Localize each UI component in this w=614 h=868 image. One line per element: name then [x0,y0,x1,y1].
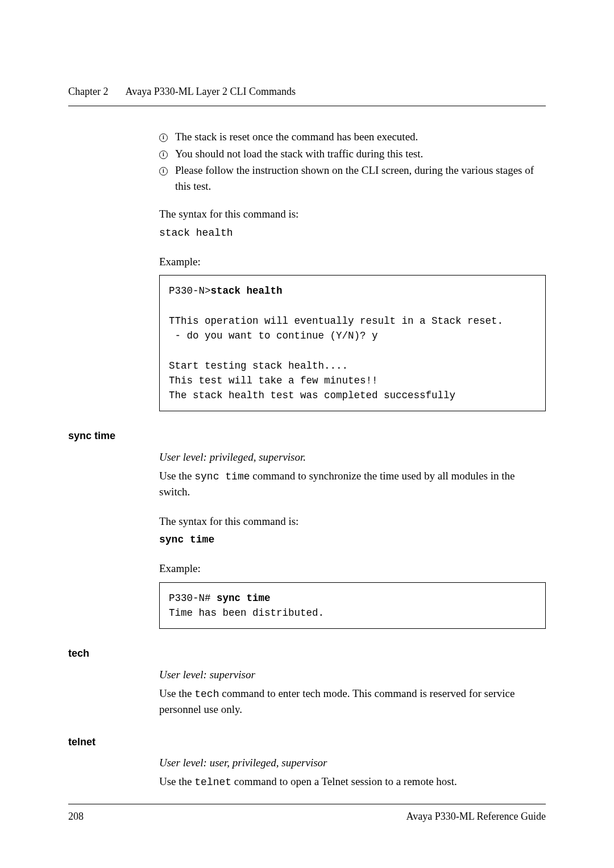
example-command: stack health [211,285,283,297]
page-footer: 208 Avaya P330-ML Reference Guide [68,804,546,824]
inline-command: telnet [194,777,231,788]
tech-description: Use the tech command to enter tech mode.… [159,686,546,717]
bullet-list: i The stack is reset once the command ha… [159,129,546,194]
desc-text: Use the [159,687,194,699]
bullet-text: You should not load the stack with traff… [175,146,546,162]
chapter-label: Chapter 2 [68,84,108,99]
bullet-text: Please follow the instruction shown on t… [175,162,546,194]
syntax-intro: The syntax for this command is: [159,514,546,529]
example-command: sync time [217,592,271,604]
list-item: i Please follow the instruction shown on… [159,162,546,194]
list-item: i You should not load the stack with tra… [159,146,546,162]
info-icon: i [159,129,175,144]
sync-description: Use the sync time command to synchronize… [159,468,546,500]
syntax-command: sync time [159,532,546,547]
example-output: TThis operation will eventually result i… [169,315,503,401]
desc-text: Use the [159,470,194,482]
example-label: Example: [159,254,546,270]
bullet-text: The stack is reset once the command has … [175,129,546,145]
section-heading-telnet: telnet [68,735,546,749]
desc-text: Use the [159,775,194,787]
desc-text: command to open a Telnet session to a re… [231,775,457,787]
example-box: P330-N>stack health TThis operation will… [159,275,546,411]
example-output: Time has been distributed. [169,607,324,619]
inline-command: sync time [194,471,250,482]
syntax-command: stack health [159,226,546,240]
info-icon: i [159,162,175,178]
syntax-intro: The syntax for this command is: [159,206,546,222]
user-level: User level: supervisor [159,667,546,683]
user-level: User level: privileged, supervisor. [159,449,546,465]
telnet-description: Use the telnet command to open a Telnet … [159,774,546,790]
user-level: User level: user, privileged, supervisor [159,755,546,771]
inline-command: tech [194,688,219,700]
info-icon: i [159,146,175,161]
section-heading-sync-time: sync time [68,428,546,443]
doc-title: Avaya P330-ML Reference Guide [406,809,546,824]
list-item: i The stack is reset once the command ha… [159,129,546,145]
example-prompt: P330-N> [169,285,211,297]
example-label: Example: [159,561,546,577]
chapter-title: Avaya P330-ML Layer 2 CLI Commands [125,84,295,99]
page-number: 208 [68,809,84,824]
example-box: P330-N# sync time Time has been distribu… [159,582,546,629]
section-heading-tech: tech [68,646,546,661]
page-header: Chapter 2 Avaya P330-ML Layer 2 CLI Comm… [68,84,546,99]
example-prompt: P330-N# [169,592,217,604]
